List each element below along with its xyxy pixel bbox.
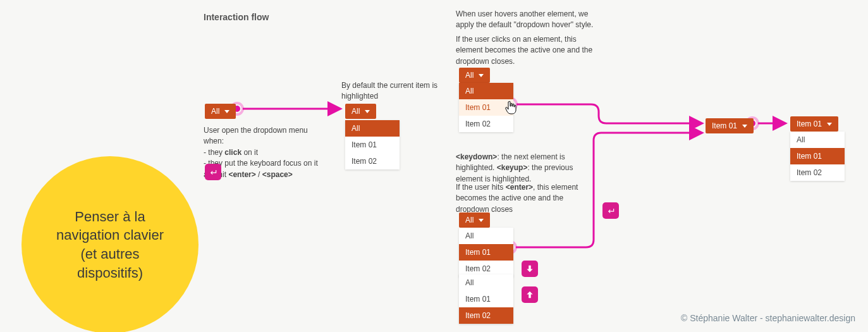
dropdown-label: All (351, 107, 360, 116)
dropdown-button-result[interactable]: Item 01 (706, 118, 754, 133)
dropdown-list-hover: All Item 01 Item 02 (459, 83, 513, 132)
dropdown-item[interactable]: All (459, 274, 513, 291)
chevron-down-icon (827, 123, 832, 126)
dropdown-item[interactable]: All (790, 132, 845, 148)
dropdown-item[interactable]: All (459, 83, 513, 99)
dropdown-item[interactable]: Item 01 (459, 291, 513, 307)
note-circle: Penser à la navigation clavier (et autre… (21, 156, 199, 332)
dropdown-item[interactable]: Item 02 (790, 164, 845, 181)
dropdown-list: All Item 01 Item 02 (345, 120, 400, 169)
arrow-up-key-icon (522, 286, 538, 303)
dropdown-item[interactable]: All (345, 120, 400, 137)
dropdown-item-highlighted[interactable]: Item 02 (459, 307, 513, 324)
chevron-down-icon (365, 110, 370, 113)
dropdown-item[interactable]: Item 02 (459, 116, 513, 132)
dropdown-button-open[interactable]: All (345, 104, 376, 119)
dropdown-button-keyboard[interactable]: All (459, 212, 490, 228)
dropdown-item[interactable]: All (459, 228, 513, 244)
dropdown-list-reopened: All Item 01 Item 02 (790, 132, 845, 181)
col3-bot-desc1: <keydown>: the next element is highlight… (456, 152, 595, 185)
dropdown-label: All (465, 216, 474, 224)
col1-description: User open the dropdown menu when: - they… (204, 125, 330, 180)
dropdown-label: All (211, 107, 219, 116)
col3-top-desc2: If the user clicks on an element, this e… (456, 34, 595, 67)
col3-top-desc1: When user hovers another element, we app… (456, 9, 595, 31)
dropdown-item-highlighted[interactable]: Item 01 (459, 244, 513, 261)
chevron-down-icon (742, 125, 747, 128)
dropdown-item[interactable]: Item 02 (345, 153, 400, 169)
chevron-down-icon (479, 74, 484, 77)
chevron-down-icon (479, 219, 484, 222)
enter-key-icon (205, 164, 221, 180)
credit-text: © Stéphanie Walter - stephaniewalter.des… (681, 313, 855, 323)
dropdown-button-hover[interactable]: All (459, 68, 490, 83)
note-circle-text: Penser à la navigation clavier (et autre… (47, 207, 173, 283)
dropdown-button-closed[interactable]: All (205, 104, 236, 119)
enter-key-icon (602, 202, 619, 219)
dropdown-label: All (465, 71, 474, 80)
col3-bot-desc2: If the user hits <enter>, this element b… (456, 182, 595, 215)
dropdown-item[interactable]: Item 01 (345, 137, 400, 153)
dropdown-list-kbd-a: All Item 01 Item 02 (459, 228, 513, 277)
chevron-down-icon (224, 110, 229, 113)
arrow-down-key-icon (522, 261, 538, 277)
dropdown-item-hovered[interactable]: Item 01 (459, 99, 513, 116)
dropdown-button-reopened[interactable]: Item 01 (790, 116, 838, 132)
col2-description: By default the current item is highlight… (341, 80, 443, 102)
dropdown-list-kbd-b: All Item 01 Item 02 (459, 274, 513, 324)
diagram-title: Interaction flow (204, 12, 269, 22)
dropdown-item-highlighted[interactable]: Item 01 (790, 148, 845, 164)
dropdown-label: Item 01 (797, 120, 822, 128)
dropdown-label: Item 01 (712, 121, 737, 130)
